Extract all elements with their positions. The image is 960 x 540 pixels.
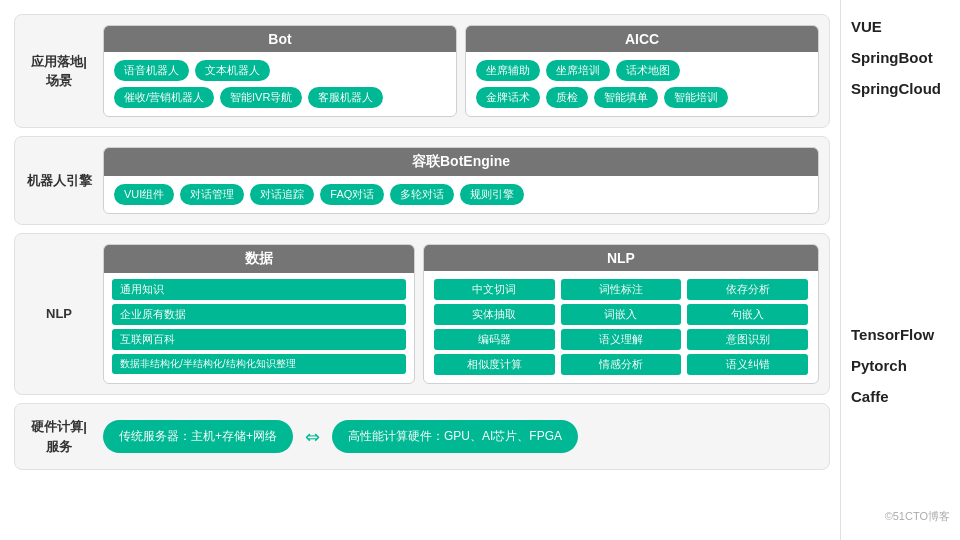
nlp-tag-7: 语义理解 bbox=[561, 329, 682, 350]
sidebar-group-frontend: VUE SpringBoot SpringCloud bbox=[851, 16, 950, 99]
nlp-tag-9: 相似度计算 bbox=[434, 354, 555, 375]
data-item-0: 通用知识 bbox=[112, 279, 406, 300]
aicc-row1: 坐席辅助 坐席培训 话术地图 bbox=[476, 60, 808, 81]
tag-quality: 质检 bbox=[546, 87, 588, 108]
tag-voice-robot: 语音机器人 bbox=[114, 60, 189, 81]
row3-content: 数据 通用知识 企业原有数据 互联网百科 数据非结构化/半结构化/结构化知识整理… bbox=[103, 244, 819, 384]
tag-map: 话术地图 bbox=[616, 60, 680, 81]
nlp-tag-3: 实体抽取 bbox=[434, 304, 555, 325]
tag-ivr: 智能IVR导航 bbox=[220, 87, 302, 108]
row1-content: Bot 语音机器人 文本机器人 催收/营销机器人 智能IVR导航 客服机器人 A… bbox=[103, 25, 819, 117]
sidebar-item-pytorch: Pytorch bbox=[851, 355, 950, 376]
tag-sales-robot: 催收/营销机器人 bbox=[114, 87, 214, 108]
tag-dialog-track: 对话追踪 bbox=[250, 184, 314, 205]
tag-dialog-mgmt: 对话管理 bbox=[180, 184, 244, 205]
nlp-tag-2: 依存分析 bbox=[687, 279, 808, 300]
row-label-hardware: 硬件计算|服务 bbox=[25, 414, 93, 459]
nlp-grid: 中文切词 词性标注 依存分析 实体抽取 词嵌入 句嵌入 编码器 语义理解 意图识… bbox=[424, 271, 818, 383]
engine-tags: VUI组件 对话管理 对话追踪 FAQ对话 多轮对话 规则引擎 bbox=[114, 184, 808, 205]
bot-header: Bot bbox=[104, 26, 456, 52]
panel-engine: 容联BotEngine VUI组件 对话管理 对话追踪 FAQ对话 多轮对话 规… bbox=[103, 147, 819, 214]
nlp-tag-6: 编码器 bbox=[434, 329, 555, 350]
nlp-tag-8: 意图识别 bbox=[687, 329, 808, 350]
nlp-tag-5: 句嵌入 bbox=[687, 304, 808, 325]
tag-training: 坐席培训 bbox=[546, 60, 610, 81]
bot-row1: 语音机器人 文本机器人 bbox=[114, 60, 446, 81]
panel-bot: Bot 语音机器人 文本机器人 催收/营销机器人 智能IVR导航 客服机器人 bbox=[103, 25, 457, 117]
data-item-2: 互联网百科 bbox=[112, 329, 406, 350]
row-application: 应用落地|场景 Bot 语音机器人 文本机器人 催收/营销机器人 智能IVR导航… bbox=[14, 14, 830, 128]
tag-assist: 坐席辅助 bbox=[476, 60, 540, 81]
tag-service-robot: 客服机器人 bbox=[308, 87, 383, 108]
sidebar-item-springboot: SpringBoot bbox=[851, 47, 950, 68]
sidebar-item-springcloud: SpringCloud bbox=[851, 78, 950, 99]
row-label-engine: 机器人引擎 bbox=[25, 147, 93, 214]
data-item-3: 数据非结构化/半结构化/结构化知识整理 bbox=[112, 354, 406, 374]
row-label-nlp: NLP bbox=[25, 244, 93, 384]
row4-content: 传统服务器：主机+存储+网络 ⇔ 高性能计算硬件：GPU、AI芯片、FPGA bbox=[103, 414, 819, 459]
sidebar-item-tensorflow: TensorFlow bbox=[851, 324, 950, 345]
tag-smart-training: 智能培训 bbox=[664, 87, 728, 108]
main-content: 应用落地|场景 Bot 语音机器人 文本机器人 催收/营销机器人 智能IVR导航… bbox=[0, 0, 840, 540]
aicc-row2: 金牌话术 质检 智能填单 智能培训 bbox=[476, 87, 808, 108]
row-engine: 机器人引擎 容联BotEngine VUI组件 对话管理 对话追踪 FAQ对话 … bbox=[14, 136, 830, 225]
sidebar: VUE SpringBoot SpringCloud TensorFlow Py… bbox=[840, 0, 960, 540]
sidebar-footer: ©51CTO博客 bbox=[851, 509, 950, 524]
aicc-header: AICC bbox=[466, 26, 818, 52]
bot-body: 语音机器人 文本机器人 催收/营销机器人 智能IVR导航 客服机器人 bbox=[104, 52, 456, 116]
aicc-body: 坐席辅助 坐席培训 话术地图 金牌话术 质检 智能填单 智能培训 bbox=[466, 52, 818, 116]
panel-data: 数据 通用知识 企业原有数据 互联网百科 数据非结构化/半结构化/结构化知识整理 bbox=[103, 244, 415, 384]
nlp-tag-11: 语义纠错 bbox=[687, 354, 808, 375]
row-nlp: NLP 数据 通用知识 企业原有数据 互联网百科 数据非结构化/半结构化/结构化… bbox=[14, 233, 830, 395]
row-hardware: 硬件计算|服务 传统服务器：主机+存储+网络 ⇔ 高性能计算硬件：GPU、AI芯… bbox=[14, 403, 830, 470]
hw-box-high-perf: 高性能计算硬件：GPU、AI芯片、FPGA bbox=[332, 420, 578, 453]
data-item-1: 企业原有数据 bbox=[112, 304, 406, 325]
engine-body: VUI组件 对话管理 对话追踪 FAQ对话 多轮对话 规则引擎 bbox=[104, 176, 818, 213]
data-body: 通用知识 企业原有数据 互联网百科 数据非结构化/半结构化/结构化知识整理 bbox=[104, 273, 414, 380]
panel-nlp: NLP 中文切词 词性标注 依存分析 实体抽取 词嵌入 句嵌入 编码器 语义理解… bbox=[423, 244, 819, 384]
tag-text-robot: 文本机器人 bbox=[195, 60, 270, 81]
tag-gold: 金牌话术 bbox=[476, 87, 540, 108]
nlp-tag-1: 词性标注 bbox=[561, 279, 682, 300]
sidebar-item-caffe: Caffe bbox=[851, 386, 950, 407]
tag-multi-turn: 多轮对话 bbox=[390, 184, 454, 205]
sidebar-group-ai: TensorFlow Pytorch Caffe bbox=[851, 324, 950, 407]
nlp-tag-4: 词嵌入 bbox=[561, 304, 682, 325]
row2-content: 容联BotEngine VUI组件 对话管理 对话追踪 FAQ对话 多轮对话 规… bbox=[103, 147, 819, 214]
tag-form: 智能填单 bbox=[594, 87, 658, 108]
nlp-tag-0: 中文切词 bbox=[434, 279, 555, 300]
bot-row2: 催收/营销机器人 智能IVR导航 客服机器人 bbox=[114, 87, 446, 108]
sidebar-item-vue: VUE bbox=[851, 16, 950, 37]
tag-faq: FAQ对话 bbox=[320, 184, 384, 205]
nlp-header: NLP bbox=[424, 245, 818, 271]
engine-header: 容联BotEngine bbox=[104, 148, 818, 176]
hw-box-traditional: 传统服务器：主机+存储+网络 bbox=[103, 420, 293, 453]
hw-row: 传统服务器：主机+存储+网络 ⇔ 高性能计算硬件：GPU、AI芯片、FPGA bbox=[103, 414, 819, 459]
panel-aicc: AICC 坐席辅助 坐席培训 话术地图 金牌话术 质检 智能填单 智能培训 bbox=[465, 25, 819, 117]
nlp-tag-10: 情感分析 bbox=[561, 354, 682, 375]
data-header: 数据 bbox=[104, 245, 414, 273]
tag-rules: 规则引擎 bbox=[460, 184, 524, 205]
hw-arrow-icon: ⇔ bbox=[305, 426, 320, 448]
tag-vui: VUI组件 bbox=[114, 184, 174, 205]
sidebar-divider bbox=[851, 201, 950, 221]
row-label-application: 应用落地|场景 bbox=[25, 25, 93, 117]
